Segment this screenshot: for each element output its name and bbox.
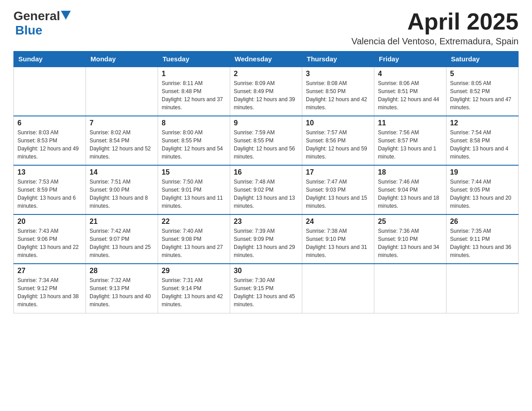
day-info: Sunrise: 7:43 AMSunset: 9:06 PMDaylight:… bbox=[17, 227, 82, 259]
day-cell-content: 4Sunrise: 8:06 AMSunset: 8:51 PMDaylight… bbox=[378, 70, 442, 111]
day-cell-content: 29Sunrise: 7:31 AMSunset: 9:14 PMDayligh… bbox=[162, 267, 226, 308]
day-cell-content: 11Sunrise: 7:56 AMSunset: 8:57 PMDayligh… bbox=[378, 119, 442, 161]
month-title: April 2025 bbox=[352, 9, 519, 34]
calendar-cell: 15Sunrise: 7:50 AMSunset: 9:01 PMDayligh… bbox=[158, 165, 230, 214]
day-info: Sunrise: 7:57 AMSunset: 8:56 PMDaylight:… bbox=[306, 128, 370, 161]
weekday-header-thursday: Thursday bbox=[302, 51, 374, 67]
day-number: 14 bbox=[90, 168, 154, 176]
calendar-cell: 29Sunrise: 7:31 AMSunset: 9:14 PMDayligh… bbox=[158, 264, 230, 313]
day-number: 16 bbox=[234, 168, 298, 176]
day-cell-content: 9Sunrise: 7:59 AMSunset: 8:55 PMDaylight… bbox=[234, 119, 298, 161]
day-info: Sunrise: 7:56 AMSunset: 8:57 PMDaylight:… bbox=[378, 128, 442, 161]
day-info: Sunrise: 7:51 AMSunset: 9:00 PMDaylight:… bbox=[90, 178, 154, 210]
day-info: Sunrise: 7:39 AMSunset: 9:09 PMDaylight:… bbox=[234, 227, 298, 259]
day-cell-content: 7Sunrise: 8:02 AMSunset: 8:54 PMDaylight… bbox=[90, 119, 154, 161]
day-number: 20 bbox=[17, 218, 82, 226]
location-subtitle: Valencia del Ventoso, Extremadura, Spain bbox=[352, 36, 519, 47]
day-number: 9 bbox=[234, 119, 298, 127]
day-number: 28 bbox=[90, 267, 154, 275]
calendar-cell: 26Sunrise: 7:35 AMSunset: 9:11 PMDayligh… bbox=[446, 214, 519, 264]
day-info: Sunrise: 8:00 AMSunset: 8:55 PMDaylight:… bbox=[162, 128, 226, 161]
calendar-cell bbox=[14, 67, 86, 116]
day-info: Sunrise: 7:32 AMSunset: 9:13 PMDaylight:… bbox=[90, 276, 154, 308]
day-info: Sunrise: 8:06 AMSunset: 8:51 PMDaylight:… bbox=[378, 79, 442, 111]
calendar-week-3: 13Sunrise: 7:53 AMSunset: 8:59 PMDayligh… bbox=[14, 165, 519, 214]
day-number: 27 bbox=[17, 267, 82, 275]
calendar-week-4: 20Sunrise: 7:43 AMSunset: 9:06 PMDayligh… bbox=[14, 214, 519, 264]
day-number: 4 bbox=[378, 70, 442, 78]
weekday-header-sunday: Sunday bbox=[14, 51, 86, 67]
day-info: Sunrise: 8:02 AMSunset: 8:54 PMDaylight:… bbox=[90, 128, 154, 161]
day-info: Sunrise: 7:36 AMSunset: 9:10 PMDaylight:… bbox=[378, 227, 442, 259]
day-cell-content: 16Sunrise: 7:48 AMSunset: 9:02 PMDayligh… bbox=[234, 168, 298, 210]
day-number: 8 bbox=[162, 119, 226, 127]
day-number: 2 bbox=[234, 70, 298, 78]
svg-marker-0 bbox=[61, 11, 71, 20]
calendar-cell bbox=[302, 264, 374, 313]
day-number: 7 bbox=[90, 119, 154, 127]
day-number: 26 bbox=[450, 218, 515, 226]
calendar-cell: 22Sunrise: 7:40 AMSunset: 9:08 PMDayligh… bbox=[158, 214, 230, 264]
day-info: Sunrise: 7:42 AMSunset: 9:07 PMDaylight:… bbox=[90, 227, 154, 259]
day-cell-content: 12Sunrise: 7:54 AMSunset: 8:58 PMDayligh… bbox=[450, 119, 515, 161]
day-number: 13 bbox=[17, 168, 82, 176]
day-info: Sunrise: 7:48 AMSunset: 9:02 PMDaylight:… bbox=[234, 178, 298, 210]
weekday-header-monday: Monday bbox=[86, 51, 158, 67]
day-number: 23 bbox=[234, 218, 298, 226]
day-cell-content: 28Sunrise: 7:32 AMSunset: 9:13 PMDayligh… bbox=[90, 267, 154, 308]
calendar-cell: 24Sunrise: 7:38 AMSunset: 9:10 PMDayligh… bbox=[302, 214, 374, 264]
calendar-week-1: 1Sunrise: 8:11 AMSunset: 8:48 PMDaylight… bbox=[14, 67, 519, 116]
calendar-cell: 8Sunrise: 8:00 AMSunset: 8:55 PMDaylight… bbox=[158, 116, 230, 165]
calendar-cell: 20Sunrise: 7:43 AMSunset: 9:06 PMDayligh… bbox=[14, 214, 86, 264]
day-number: 19 bbox=[450, 168, 515, 176]
calendar-cell: 7Sunrise: 8:02 AMSunset: 8:54 PMDaylight… bbox=[86, 116, 158, 165]
logo-blue: Blue bbox=[15, 23, 43, 37]
day-cell-content: 19Sunrise: 7:44 AMSunset: 9:05 PMDayligh… bbox=[450, 168, 515, 210]
day-cell-content: 26Sunrise: 7:35 AMSunset: 9:11 PMDayligh… bbox=[450, 218, 515, 259]
calendar-cell: 12Sunrise: 7:54 AMSunset: 8:58 PMDayligh… bbox=[446, 116, 519, 165]
day-number: 12 bbox=[450, 119, 515, 127]
day-info: Sunrise: 7:38 AMSunset: 9:10 PMDaylight:… bbox=[306, 227, 370, 259]
day-info: Sunrise: 7:53 AMSunset: 8:59 PMDaylight:… bbox=[17, 178, 82, 210]
day-cell-content: 18Sunrise: 7:46 AMSunset: 9:04 PMDayligh… bbox=[378, 168, 442, 210]
calendar-cell: 17Sunrise: 7:47 AMSunset: 9:03 PMDayligh… bbox=[302, 165, 374, 214]
day-info: Sunrise: 7:54 AMSunset: 8:58 PMDaylight:… bbox=[450, 128, 515, 161]
calendar-cell: 27Sunrise: 7:34 AMSunset: 9:12 PMDayligh… bbox=[14, 264, 86, 313]
day-info: Sunrise: 7:34 AMSunset: 9:12 PMDaylight:… bbox=[17, 276, 82, 308]
calendar-cell: 1Sunrise: 8:11 AMSunset: 8:48 PMDaylight… bbox=[158, 67, 230, 116]
day-cell-content: 30Sunrise: 7:30 AMSunset: 9:15 PMDayligh… bbox=[234, 267, 298, 308]
day-cell-content: 20Sunrise: 7:43 AMSunset: 9:06 PMDayligh… bbox=[17, 218, 82, 259]
day-number: 11 bbox=[378, 119, 442, 127]
calendar-cell: 11Sunrise: 7:56 AMSunset: 8:57 PMDayligh… bbox=[374, 116, 446, 165]
calendar-cell: 16Sunrise: 7:48 AMSunset: 9:02 PMDayligh… bbox=[230, 165, 302, 214]
logo-triangle-icon bbox=[61, 11, 71, 20]
weekday-header-friday: Friday bbox=[374, 51, 446, 67]
day-number: 1 bbox=[162, 70, 226, 78]
title-section: April 2025 Valencia del Ventoso, Extrema… bbox=[352, 9, 519, 47]
weekday-header-wednesday: Wednesday bbox=[230, 51, 302, 67]
day-cell-content: 1Sunrise: 8:11 AMSunset: 8:48 PMDaylight… bbox=[162, 70, 226, 111]
calendar-cell: 13Sunrise: 7:53 AMSunset: 8:59 PMDayligh… bbox=[14, 165, 86, 214]
day-info: Sunrise: 8:11 AMSunset: 8:48 PMDaylight:… bbox=[162, 79, 226, 111]
day-number: 22 bbox=[162, 218, 226, 226]
day-cell-content: 6Sunrise: 8:03 AMSunset: 8:53 PMDaylight… bbox=[17, 119, 82, 161]
calendar-cell: 6Sunrise: 8:03 AMSunset: 8:53 PMDaylight… bbox=[14, 116, 86, 165]
day-info: Sunrise: 7:50 AMSunset: 9:01 PMDaylight:… bbox=[162, 178, 226, 210]
day-number: 21 bbox=[90, 218, 154, 226]
day-number: 15 bbox=[162, 168, 226, 176]
day-number: 30 bbox=[234, 267, 298, 275]
day-cell-content: 14Sunrise: 7:51 AMSunset: 9:00 PMDayligh… bbox=[90, 168, 154, 210]
day-number: 25 bbox=[378, 218, 442, 226]
calendar-cell: 3Sunrise: 8:08 AMSunset: 8:50 PMDaylight… bbox=[302, 67, 374, 116]
calendar-cell: 10Sunrise: 7:57 AMSunset: 8:56 PMDayligh… bbox=[302, 116, 374, 165]
page-header: General Blue April 2025 Valencia del Ven… bbox=[13, 9, 519, 47]
day-cell-content: 22Sunrise: 7:40 AMSunset: 9:08 PMDayligh… bbox=[162, 218, 226, 259]
day-info: Sunrise: 8:09 AMSunset: 8:49 PMDaylight:… bbox=[234, 79, 298, 111]
calendar-cell: 28Sunrise: 7:32 AMSunset: 9:13 PMDayligh… bbox=[86, 264, 158, 313]
day-info: Sunrise: 7:30 AMSunset: 9:15 PMDaylight:… bbox=[234, 276, 298, 308]
logo-general: General bbox=[13, 9, 60, 23]
weekday-header-saturday: Saturday bbox=[446, 51, 519, 67]
calendar-week-2: 6Sunrise: 8:03 AMSunset: 8:53 PMDaylight… bbox=[14, 116, 519, 165]
calendar-cell: 19Sunrise: 7:44 AMSunset: 9:05 PMDayligh… bbox=[446, 165, 519, 214]
calendar-cell: 30Sunrise: 7:30 AMSunset: 9:15 PMDayligh… bbox=[230, 264, 302, 313]
